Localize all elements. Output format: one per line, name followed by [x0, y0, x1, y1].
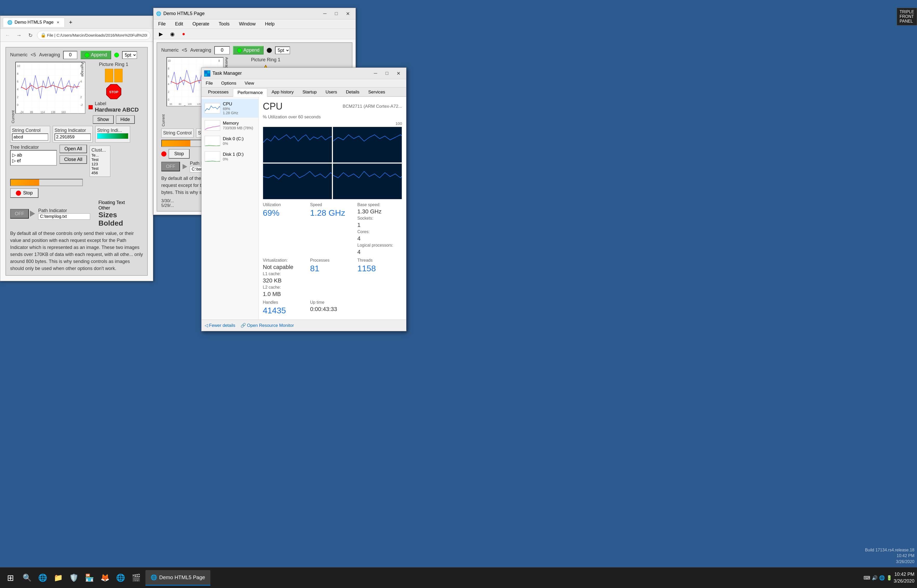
append-btn-2[interactable]: Append — [233, 46, 264, 55]
stat-uptime: Up time 0:00:43:33 — [310, 300, 355, 315]
stat-base: Base speed: 1.30 GHz Sockets: 1 Cores: 4… — [357, 202, 402, 255]
menu-window-2[interactable]: Window — [237, 21, 258, 27]
cpu-speed: 1.28 GHz — [223, 111, 238, 115]
tm-close[interactable]: ✕ — [393, 69, 404, 78]
ring-img-1 — [105, 69, 113, 82]
menu-operate-2[interactable]: Operate — [190, 21, 212, 27]
close-all-btn[interactable]: Close All — [60, 155, 87, 164]
tab-app-history[interactable]: App history — [267, 88, 298, 96]
stat-threads: Threads 1158 — [357, 258, 402, 297]
open-all-btn[interactable]: Open All — [60, 145, 87, 153]
numeric-input-2[interactable] — [214, 46, 230, 55]
memory-usage: 733/939 MB (78%) — [223, 126, 253, 130]
tab-details[interactable]: Details — [341, 88, 364, 96]
fewer-details-btn[interactable]: ◁ Fewer details — [205, 323, 235, 328]
titlebar-2: 🌐 Demo HTML5 Page ─ □ ✕ — [154, 8, 356, 19]
numeric-input-1[interactable] — [63, 51, 78, 59]
l2-value: 1.0 MB — [263, 291, 307, 297]
memory-sidebar-info: Memory 733/939 MB (78%) — [223, 121, 253, 130]
toolbar-arrow-btn[interactable]: ▶ — [156, 30, 165, 38]
svg-rect-41 — [207, 71, 210, 73]
tm-minimize[interactable]: ─ — [370, 69, 381, 78]
resource-icon: 🔗 — [241, 323, 246, 328]
tray-icon-2[interactable]: 🔊 — [872, 575, 878, 581]
tray-icon-3[interactable]: 🌐 — [879, 575, 885, 581]
cpu-lbl: CPU — [223, 102, 238, 107]
menu-file-2[interactable]: File — [156, 21, 168, 27]
taskbar-search-icon[interactable]: 🔍 — [20, 571, 34, 585]
minimize-btn-2[interactable]: ─ — [320, 10, 330, 18]
cpu-chart-0 — [263, 127, 332, 163]
cpu-mini-chart — [205, 103, 220, 113]
string-control-input[interactable] — [12, 133, 48, 141]
browser-nav-1: ← → ↻ 🔒 File | C:/Users/Marcin/Downloads… — [0, 29, 153, 42]
handles-label: Handles — [263, 300, 307, 305]
taskbar-media-icon[interactable]: 🎬 — [129, 571, 143, 585]
taskbar-store-icon[interactable]: 🏪 — [82, 571, 96, 585]
show-btn-1[interactable]: Show — [93, 115, 114, 124]
refresh-btn-1[interactable]: ↻ — [26, 31, 35, 40]
taskbar-firefox-icon[interactable]: 🦊 — [98, 571, 112, 585]
svg-text:163: 163 — [61, 111, 66, 114]
menu-help-2[interactable]: Help — [263, 21, 277, 27]
tm-menu-file[interactable]: File — [204, 80, 215, 86]
taskbar-shield-icon[interactable]: 🛡️ — [67, 571, 81, 585]
demo-page-1: Numeric <5 Averaging Append 5pt — [5, 47, 148, 276]
maximize-btn-2[interactable]: □ — [331, 10, 341, 18]
taskbar-chrome-icon[interactable]: 🌐 — [114, 571, 127, 585]
menu-bar-2: File Edit Operate Tools Window Help — [154, 19, 356, 29]
avg-select-1[interactable]: 5pt — [122, 51, 137, 59]
new-tab-btn-1[interactable]: + — [67, 18, 74, 26]
forward-btn-1[interactable]: → — [14, 31, 24, 40]
tab-processes[interactable]: Processes — [204, 88, 233, 96]
tab-users[interactable]: Users — [321, 88, 341, 96]
taskbar-browser-icon[interactable]: 🌐 — [36, 571, 49, 585]
off-btn-2[interactable]: OFF — [161, 162, 180, 171]
taskbar-pinned-icons: 🔍 🌐 📁 🛡️ 🏪 🦊 🌐 🎬 — [20, 571, 143, 585]
tab-performance[interactable]: Performance — [233, 89, 267, 97]
tm-menu-view[interactable]: View — [243, 80, 256, 86]
svg-text:8: 8 — [168, 67, 169, 70]
tm-tabs: Processes Performance App history Startu… — [202, 87, 406, 97]
sidebar-cpu[interactable]: CPU 69% 1.28 GHz — [202, 99, 259, 118]
address-bar-1[interactable]: 🔒 File | C:/Users/Marcin/Downloads/2016/… — [37, 31, 150, 40]
tab-startup[interactable]: Startup — [298, 88, 321, 96]
taskbar-clock[interactable]: 10:42 PM 3/26/2020 — [894, 571, 914, 584]
tab-close-btn-1[interactable]: × — [56, 20, 60, 25]
stop-btn-2[interactable]: Stop — [168, 149, 189, 158]
svg-text:STOP: STOP — [109, 90, 118, 94]
sidebar-memory[interactable]: Memory 733/939 MB (78%) — [202, 118, 259, 133]
menu-edit-2[interactable]: Edit — [173, 21, 185, 27]
string-control-lbl: String Control — [12, 128, 48, 133]
path-indicator-container: Path Indicator C:\temp\log.txt — [38, 208, 90, 220]
avg-select-2[interactable]: 5pt — [275, 47, 290, 54]
stop-btn-1[interactable]: Stop — [10, 188, 39, 198]
stat-speed: Speed 1.28 GHz — [310, 202, 355, 255]
string-indicator-input[interactable] — [55, 133, 91, 141]
start-button[interactable]: ⊞ — [3, 570, 18, 586]
toolbar-red-btn[interactable]: ● — [179, 30, 188, 38]
browser-tab-1[interactable]: 🌐 Demo HTML5 Page × — [3, 18, 65, 27]
close-btn-2[interactable]: ✕ — [343, 10, 353, 18]
svg-text:2: 2 — [17, 95, 18, 99]
hide-btn-1[interactable]: Hide — [116, 115, 135, 124]
window-title-2: Demo HTML5 Page — [163, 11, 318, 16]
sockets-value: 1 — [357, 222, 402, 228]
tray-icon-1[interactable]: ⌨ — [864, 575, 870, 581]
toolbar-circle-btn[interactable]: ◉ — [168, 30, 177, 38]
notify-line3: PANEL — [899, 19, 914, 24]
taskbar-app-1[interactable]: 🌐 Demo HTML5 Page — [146, 570, 210, 586]
tray-icon-4[interactable]: 🔋 — [886, 575, 892, 581]
menu-tools-2[interactable]: Tools — [217, 21, 232, 27]
tab-services[interactable]: Services — [364, 88, 390, 96]
tm-maximize[interactable]: □ — [382, 69, 392, 78]
tm-menu-options[interactable]: Options — [219, 80, 238, 86]
sidebar-disk0[interactable]: Disk 0 (C:) 0% — [202, 133, 259, 149]
sidebar-disk1[interactable]: Disk 1 (D:) 0% — [202, 149, 259, 164]
chart-max-label: 100 — [263, 121, 402, 126]
taskbar-explorer-icon[interactable]: 📁 — [52, 571, 65, 585]
open-resource-btn[interactable]: 🔗 Open Resource Monitor — [241, 323, 294, 328]
append-btn-1[interactable]: Append — [81, 51, 111, 59]
off-btn-1[interactable]: OFF — [10, 209, 29, 218]
back-btn-1[interactable]: ← — [3, 31, 12, 40]
